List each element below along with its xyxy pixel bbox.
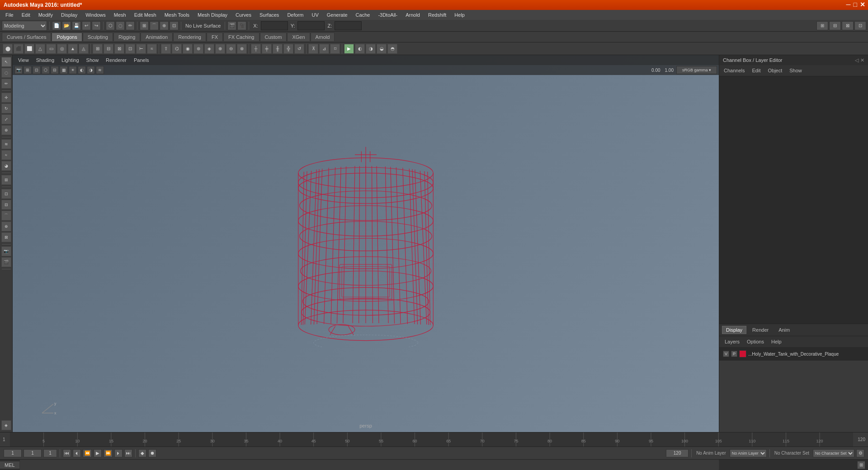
plane-icon-btn[interactable]: ▭ [46,44,56,54]
select-loop-btn[interactable]: ▶ [344,44,354,54]
duplicate-btn[interactable]: ⊕ [215,44,225,54]
tab-curves-surfaces[interactable]: Curves / Surfaces [2,33,51,41]
select-ring-btn[interactable]: ◐ [355,44,365,54]
menu-modify[interactable]: Modify [35,11,57,19]
cmd-mode-label[interactable]: MEL [0,461,20,469]
anim-layer-select[interactable]: No Anim Layer [730,449,767,457]
select-tool-btn[interactable]: ↖ [1,57,11,67]
camera-btn[interactable]: 📷 [1,246,11,256]
maximize-icon[interactable]: □ [854,1,857,8]
y-field[interactable] [297,21,325,30]
poke-btn[interactable]: ⊛ [193,44,203,54]
start-frame-field[interactable] [4,449,22,457]
minimize-icon[interactable]: ─ [846,1,851,8]
offset-edge-btn[interactable]: ╪ [262,44,272,54]
vp-menu-shading[interactable]: Shading [33,56,57,64]
vp-lights-btn[interactable]: ☀ [69,66,77,74]
snap-grid-btn-lt[interactable]: ⊟ [1,200,11,210]
soft-mod-btn[interactable]: ≋ [1,139,11,149]
frame-field-2[interactable] [43,449,57,457]
paint-select-btn[interactable]: ✏ [1,79,11,89]
lc-options-btn[interactable]: Options [744,338,767,345]
current-frame-field[interactable] [24,449,42,457]
tab-sculpting[interactable]: Sculpting [83,33,113,41]
dr-tab-display[interactable]: Display [722,326,746,334]
anim-prefs-btn[interactable]: ⚙ [856,449,864,457]
tab-polygons[interactable]: Polygons [52,33,82,41]
extrude-btn[interactable]: ⇧ [161,44,171,54]
cone-icon-btn[interactable]: △ [35,44,45,54]
menu-arnold[interactable]: Arnold [402,11,424,19]
layer-playback-toggle[interactable]: P [731,351,737,357]
spin-edge-btn[interactable]: ↺ [294,44,304,54]
show-manip-btn[interactable]: ⊞ [1,175,11,185]
tab-animation[interactable]: Animation [141,33,173,41]
prism-icon-btn[interactable]: ▲ [68,44,78,54]
grow-sel-btn[interactable]: ◒ [377,44,387,54]
sphere-icon-btn[interactable]: ⬤ [3,44,13,54]
detach-btn[interactable]: ⊗ [237,44,247,54]
smooth-btn[interactable]: ≈ [147,44,157,54]
shrink-sel-btn[interactable]: ◓ [387,44,397,54]
cb-tab-show[interactable]: Show [788,67,804,74]
select-border-btn[interactable]: ◑ [366,44,376,54]
lasso-btn[interactable]: ◌ [116,21,125,30]
tb-right-1[interactable]: ⊞ [816,21,828,30]
chamfer-vert-btn[interactable]: ⊿ [319,44,329,54]
save-scene-btn[interactable]: 💾 [72,21,81,30]
tab-xgen[interactable]: XGen [287,33,310,41]
vp-ao-btn[interactable]: ◑ [87,66,95,74]
new-scene-btn[interactable]: 📄 [52,21,61,30]
cylinder-icon-btn[interactable]: ⬜ [24,44,34,54]
tb-right-4[interactable]: ⊡ [854,21,866,30]
vp-menu-renderer[interactable]: Renderer [103,56,129,64]
separate-btn[interactable]: ⊟ [104,44,113,54]
timeline-ruler[interactable]: 5 10 15 20 25 30 35 40 45 50 55 60 65 [10,432,854,446]
vp-menu-view[interactable]: View [15,56,32,64]
dr-tab-render[interactable]: Render [748,326,773,334]
menu-uv[interactable]: UV [308,11,322,19]
tab-custom[interactable]: Custom [260,33,287,41]
snap-surface-btn[interactable]: ⊡ [170,21,179,30]
play-back-btn[interactable]: ⏪ [83,449,92,457]
menu-surfaces[interactable]: Surfaces [256,11,283,19]
z-field[interactable] [335,21,362,30]
snap-surface-btn-lt[interactable]: ⊠ [1,232,11,242]
vp-frame-btn[interactable]: ⊡ [33,66,41,74]
bottom-lt-btn[interactable]: ◈ [1,420,11,430]
select-btn[interactable]: ⬡ [106,21,115,30]
dr-tab-anim[interactable]: Anim [774,326,794,334]
lc-layers-btn[interactable]: Layers [722,338,742,345]
play-fwd-fast-btn[interactable]: ⏩ [104,449,113,457]
menu-edit-mesh[interactable]: Edit Mesh [131,11,160,19]
open-scene-btn[interactable]: 📂 [62,21,71,30]
vp-aa-btn[interactable]: ≋ [96,66,104,74]
go-end-btn[interactable]: ⏭ [124,449,132,457]
go-start-btn[interactable]: ⏮ [63,449,71,457]
fill-hole-btn[interactable]: ◉ [183,44,193,54]
menu-help[interactable]: Help [451,11,468,19]
crease-vert-btn[interactable]: ⌑ [330,44,340,54]
cb-tab-object[interactable]: Object [766,67,784,74]
transform-btn[interactable]: ⊕ [1,125,11,135]
tab-rigging[interactable]: Rigging [113,33,140,41]
end-frame-field[interactable] [666,449,689,457]
undo-btn[interactable]: ↩ [82,21,91,30]
wedge-btn[interactable]: ◈ [204,44,214,54]
cmd-input-field[interactable] [20,460,719,470]
menu-display[interactable]: Display [57,11,81,19]
x-field[interactable] [261,21,288,30]
snap-point-btn-lt[interactable]: ⊕ [1,221,11,231]
rotate-tool-btn[interactable]: ↻ [1,103,11,113]
snap-magnet-btn[interactable]: ⊡ [1,189,11,199]
lasso-tool-btn[interactable]: ◌ [1,68,11,78]
menu-mesh-display[interactable]: Mesh Display [194,11,231,19]
collapse-edge-btn[interactable]: ╫ [273,44,283,54]
tab-fx-caching[interactable]: FX Caching [223,33,259,41]
channel-box-close-btn[interactable]: ✕ [860,57,864,63]
layer-row[interactable]: V P ...Holy_Water_Tank_with_Decorative_P… [721,349,866,359]
menu-windows[interactable]: Windows [82,11,109,19]
move-tool-btn[interactable]: ✛ [1,93,11,103]
snap-curve-btn[interactable]: ⌒ [150,21,159,30]
snap-point-btn[interactable]: ⊕ [160,21,169,30]
